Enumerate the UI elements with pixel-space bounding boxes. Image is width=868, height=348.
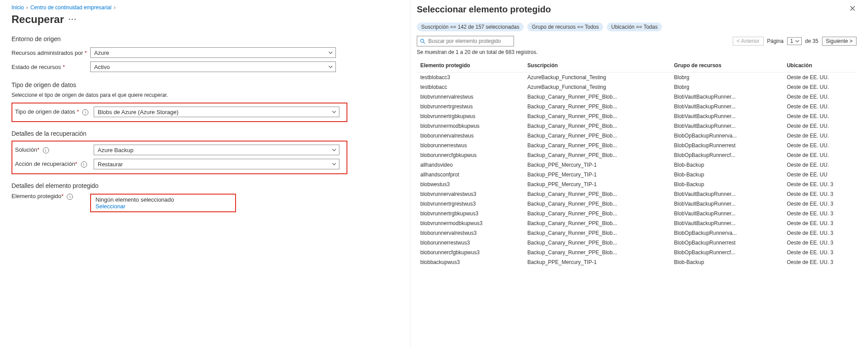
table-row[interactable]: blobvrunnertrgbkupwusBackup_Canary_Runne… — [417, 111, 857, 121]
table-row[interactable]: bloborunnerrestwusBackup_Canary_Runner_P… — [417, 141, 857, 150]
cell-name: blobbackupwus3 — [417, 257, 524, 267]
protected-highlight-box: Ningún elemento seleccionado Seleccionar — [90, 194, 236, 212]
table-row[interactable]: blobvrunnermodbkupwus3Backup_Canary_Runn… — [417, 218, 857, 228]
cell-sub: Backup_Canary_Runner_PPE_Blob... — [524, 248, 670, 257]
cell-rg: BlobVaultBackupRunner... — [670, 189, 783, 199]
table-row[interactable]: testblobaccAzureBackup_Functional_Testin… — [417, 82, 857, 92]
table-row[interactable]: bloborunnerrestwus3Backup_Canary_Runner_… — [417, 238, 857, 248]
recover-form-panel: Inicio › Centro de continuidad empresari… — [0, 0, 410, 348]
table-row[interactable]: blobvrunnertrgbkupwus3Backup_Canary_Runn… — [417, 209, 857, 218]
table-row[interactable]: bloborunnervalrestwus3Backup_Canary_Runn… — [417, 228, 857, 238]
search-icon — [420, 38, 426, 44]
table-row[interactable]: allhandsconfprotBackup_PPE_Mercury_TIP-1… — [417, 170, 857, 180]
cell-name: bloborunnervalrestwus3 — [417, 228, 524, 238]
prev-page-button[interactable]: < Anterior — [733, 37, 764, 46]
table-row[interactable]: bloborunnervalrestwusBackup_Canary_Runne… — [417, 131, 857, 141]
info-icon[interactable]: i — [43, 147, 49, 153]
table-row[interactable]: allhandsvideoBackup_PPE_Mercury_TIP-1Blo… — [417, 160, 857, 170]
cell-rg: BlobOpBackupRunnerrest — [670, 238, 783, 248]
cell-sub: Backup_Canary_Runner_PPE_Blob... — [524, 111, 670, 121]
cell-rg: BlobVaultBackupRunner... — [670, 92, 783, 102]
more-actions-button[interactable]: ··· — [69, 15, 77, 23]
cell-loc: Oeste de EE. UU. 3 — [783, 218, 857, 228]
section-origin-header: Entorno de origen — [11, 35, 402, 42]
filter-pill-subscription[interactable]: Suscripción == 142 de 157 seleccionadas — [417, 23, 524, 31]
cell-loc: Oeste de EE. UU. — [783, 141, 857, 150]
cell-loc: Oeste de EE. UU. — [783, 150, 857, 160]
cell-sub: Backup_Canary_Runner_PPE_Blob... — [524, 189, 670, 199]
info-icon[interactable]: i — [67, 194, 73, 200]
cell-name: testblobacc — [417, 82, 524, 92]
next-page-button[interactable]: Siguiente > — [822, 37, 857, 46]
cell-loc: Oeste de EE. UU. — [783, 102, 857, 111]
cell-loc: Oeste de EE. UU. — [783, 131, 857, 141]
table-row[interactable]: testblobacc3AzureBackup_Functional_Testi… — [417, 73, 857, 83]
cell-rg: BlobOpBackupRunnerrest — [670, 141, 783, 150]
col-header-name[interactable]: Elemento protegido — [417, 60, 524, 73]
cell-sub: AzureBackup_Functional_Testing — [524, 73, 670, 83]
cell-rg: Blob-Backup — [670, 160, 783, 170]
cell-name: blobvrunnertrgrestwus3 — [417, 199, 524, 209]
cell-rg: BlobOpBackupRunnerva... — [670, 131, 783, 141]
col-header-loc[interactable]: Ubicación — [783, 60, 857, 73]
cell-name: blobvrunnertrgbkupwus — [417, 111, 524, 121]
chevron-down-icon — [332, 162, 336, 166]
panel-title: Seleccionar elemento protegido — [417, 4, 857, 15]
cell-sub: Backup_Canary_Runner_PPE_Blob... — [524, 218, 670, 228]
search-box[interactable] — [417, 36, 514, 46]
cell-rg: Blob-Backup — [670, 180, 783, 189]
breadcrumb-center[interactable]: Centro de continuidad empresarial — [30, 4, 111, 11]
cell-loc: Oeste de EE. UU. 3 — [783, 189, 857, 199]
resource-state-select[interactable]: Activo — [90, 61, 336, 72]
select-protected-link[interactable]: Seleccionar — [95, 203, 231, 210]
cell-name: blobvrunnertrgrestwus — [417, 102, 524, 111]
table-row[interactable]: blobbackupwus3Backup_PPE_Mercury_TIP-1Bl… — [417, 257, 857, 267]
solution-select[interactable]: Azure Backup — [94, 145, 339, 155]
cell-loc: Oeste de EE. UU. — [783, 111, 857, 121]
table-row[interactable]: blobvrunnervalrestwus3Backup_Canary_Runn… — [417, 189, 857, 199]
page-select[interactable]: 1 — [787, 37, 802, 45]
select-protected-panel: Seleccionar elemento protegido Suscripci… — [410, 0, 868, 348]
filter-pill-row: Suscripción == 142 de 157 seleccionadas … — [417, 23, 857, 31]
cell-rg: Blobrg — [670, 82, 783, 92]
action-select[interactable]: Restaurar — [94, 159, 339, 169]
dstype-select[interactable]: Blobs de Azure (Azure Storage) — [94, 107, 339, 117]
table-row[interactable]: bloborunnercfgbkupwusBackup_Canary_Runne… — [417, 150, 857, 160]
cell-sub: Backup_Canary_Runner_PPE_Blob... — [524, 92, 670, 102]
cell-name: allhandsvideo — [417, 160, 524, 170]
protected-label: Elemento protegido* i — [11, 193, 90, 200]
col-header-sub[interactable]: Suscripción — [524, 60, 670, 73]
cell-name: blobvrunnertrgbkupwus3 — [417, 209, 524, 218]
cell-rg: BlobOpBackupRunnerva... — [670, 228, 783, 238]
page-of-text: de 35 — [805, 38, 819, 44]
cell-name: bloborunnercfgbkupwus — [417, 150, 524, 160]
chevron-down-icon — [332, 148, 336, 152]
cell-loc: Oeste de EE. UU. 3 — [783, 248, 857, 257]
breadcrumb-home[interactable]: Inicio — [11, 4, 24, 11]
filter-pill-location[interactable]: Ubicación == Todas — [607, 23, 662, 31]
close-icon[interactable] — [849, 5, 856, 13]
breadcrumb: Inicio › Centro de continuidad empresari… — [11, 4, 402, 11]
managed-by-select[interactable]: Azure — [90, 47, 336, 58]
cell-name: bloborunnercfgbkupwus3 — [417, 248, 524, 257]
table-row[interactable]: bloborunnercfgbkupwus3Backup_Canary_Runn… — [417, 248, 857, 257]
cell-sub: Backup_PPE_Mercury_TIP-1 — [524, 180, 670, 189]
cell-loc: Oeste de EE. UU. 3 — [783, 180, 857, 189]
cell-sub: Backup_Canary_Runner_PPE_Blob... — [524, 121, 670, 131]
table-row[interactable]: blobvrunnertrgrestwusBackup_Canary_Runne… — [417, 102, 857, 111]
table-row[interactable]: blobvrunnertrgrestwus3Backup_Canary_Runn… — [417, 199, 857, 209]
cell-name: testblobacc3 — [417, 73, 524, 83]
filter-pill-resource-group[interactable]: Grupo de recursos == Todos — [527, 23, 603, 31]
cell-sub: Backup_PPE_Mercury_TIP-1 — [524, 257, 670, 267]
info-icon[interactable]: i — [81, 161, 87, 168]
table-row[interactable]: blobwestus3Backup_PPE_Mercury_TIP-1Blob-… — [417, 180, 857, 189]
table-row[interactable]: blobvrunnervalrestwusBackup_Canary_Runne… — [417, 92, 857, 102]
table-row[interactable]: blobvrunnermodbkupwusBackup_Canary_Runne… — [417, 121, 857, 131]
cell-sub: Backup_Canary_Runner_PPE_Blob... — [524, 238, 670, 248]
cell-sub: Backup_Canary_Runner_PPE_Blob... — [524, 141, 670, 150]
cell-loc: Oeste de EE. UU — [783, 170, 857, 180]
info-icon[interactable]: i — [82, 109, 88, 115]
search-input[interactable] — [428, 38, 511, 44]
section-dstype-header: Tipo de origen de datos — [11, 81, 402, 88]
col-header-rg[interactable]: Grupo de recursos — [670, 60, 783, 73]
